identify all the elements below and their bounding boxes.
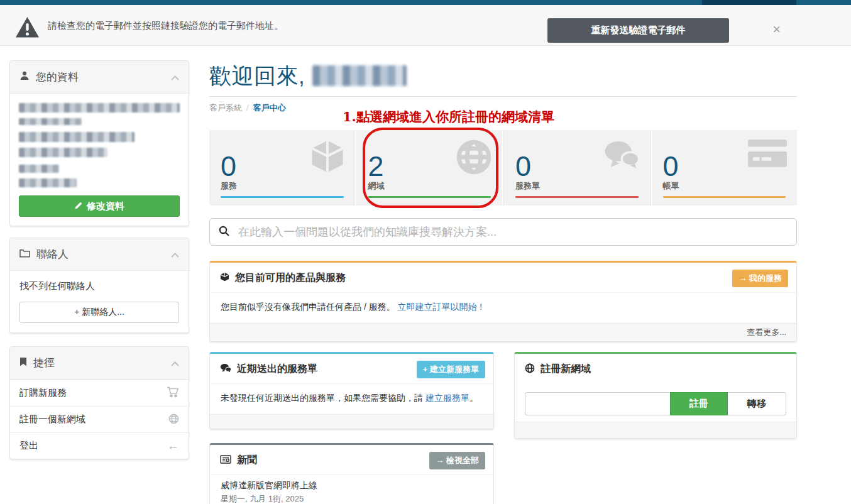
globe-icon bbox=[168, 414, 179, 426]
products-empty-text: 您目前似乎沒有像我們申請任何產品 / 服務。 bbox=[221, 302, 395, 312]
plus-icon: + bbox=[423, 364, 428, 374]
chevron-up-icon[interactable] bbox=[171, 71, 179, 84]
stats-row: 0 服務 2 網域 0 服務單 0 帳單 bbox=[209, 130, 797, 205]
open-ticket-link[interactable]: 建立服務單 bbox=[426, 393, 469, 403]
breadcrumb-root[interactable]: 客戶系統 bbox=[209, 103, 242, 112]
warning-icon bbox=[15, 16, 40, 41]
stat-invoices[interactable]: 0 帳單 bbox=[652, 130, 798, 205]
tickets-empty-text: 未發現任何近期送出的服務單，如果您需要協助，請 bbox=[221, 393, 423, 403]
search-icon bbox=[219, 226, 229, 239]
stat-label: 網域 bbox=[368, 180, 385, 192]
tickets-text-suffix: 。 bbox=[469, 393, 478, 403]
redacted-text-line bbox=[19, 178, 77, 187]
stat-underline bbox=[515, 196, 639, 198]
resend-verification-button[interactable]: 重新發送驗證電子郵件 bbox=[547, 18, 729, 43]
shortcuts-panel-title: 捷徑 bbox=[33, 356, 55, 370]
breadcrumb-current: 客戶中心 bbox=[253, 103, 286, 112]
close-icon[interactable]: × bbox=[772, 23, 781, 36]
stat-underline bbox=[368, 196, 491, 198]
products-panel: 您目前可用的產品與服務 → 我的服務 您目前似乎沒有像我們申請任何產品 / 服務… bbox=[209, 261, 797, 342]
redacted-text-line bbox=[19, 148, 107, 157]
alert-message: 請檢查您的電子郵件並按照鏈接驗證您的電子郵件地址。 bbox=[48, 20, 283, 32]
chevron-up-icon[interactable] bbox=[171, 248, 179, 261]
newspaper-icon bbox=[220, 455, 231, 466]
stat-label: 服務 bbox=[221, 180, 237, 192]
shortcut-label: 訂購新服務 bbox=[19, 387, 67, 399]
arrow-right-icon: → bbox=[738, 273, 747, 283]
view-more-link[interactable]: 查看更多... bbox=[747, 327, 786, 337]
shortcuts-panel-header[interactable]: 捷徑 bbox=[10, 347, 189, 380]
stat-value: 0 bbox=[515, 152, 531, 180]
tickets-panel-footer bbox=[210, 414, 493, 429]
box-icon bbox=[310, 139, 345, 177]
comments-icon bbox=[220, 363, 231, 375]
my-services-button[interactable]: → 我的服務 bbox=[732, 270, 788, 287]
products-panel-header: 您目前可用的產品與服務 → 我的服務 bbox=[210, 263, 796, 292]
arrow-left-icon: ← bbox=[167, 439, 179, 453]
profile-panel-header[interactable]: 您的資料 bbox=[10, 61, 189, 94]
stat-domains[interactable]: 2 網域 bbox=[357, 130, 503, 205]
transfer-button[interactable]: 轉移 bbox=[728, 392, 786, 415]
breadcrumb: 客戶系統/客戶中心 bbox=[209, 102, 286, 114]
tickets-panel-body: 未發現任何近期送出的服務單，如果您需要協助，請 建立服務單。 bbox=[210, 383, 493, 414]
stat-tickets[interactable]: 0 服務單 bbox=[504, 130, 650, 205]
folder-icon bbox=[19, 248, 30, 261]
shortcut-logout[interactable]: 登出 ← bbox=[10, 432, 189, 459]
products-panel-footer: 查看更多... bbox=[210, 323, 796, 341]
profile-panel-title: 您的資料 bbox=[36, 70, 79, 84]
stat-value: 0 bbox=[663, 152, 679, 180]
news-item-title: 威博達新版官網即將上線 bbox=[221, 480, 483, 491]
user-icon bbox=[19, 70, 30, 84]
news-panel-header: 新聞 → 檢視全部 bbox=[210, 445, 493, 474]
stat-value: 0 bbox=[221, 152, 236, 180]
my-services-label: 我的服務 bbox=[749, 273, 782, 283]
credit-card-icon bbox=[748, 139, 787, 170]
plus-icon: + bbox=[74, 307, 79, 317]
news-panel-title: 新聞 bbox=[237, 454, 257, 467]
shortcut-label: 註冊一個新網域 bbox=[19, 414, 85, 425]
comments-icon bbox=[603, 139, 640, 173]
shortcuts-panel: 捷徑 訂購新服務 註冊一個新網域 登出 ← bbox=[9, 346, 189, 459]
news-item-date: 星期一, 九月 1街, 2025 bbox=[221, 493, 483, 504]
stat-underline bbox=[663, 196, 786, 198]
redacted-text-line bbox=[19, 132, 135, 142]
search-input[interactable] bbox=[238, 226, 788, 239]
contacts-panel-title: 聯絡人 bbox=[36, 247, 69, 261]
welcome-text: 歡迎回來, bbox=[209, 63, 305, 88]
redacted-text-line bbox=[19, 165, 59, 173]
new-contact-button[interactable]: + 新聯絡人... bbox=[19, 302, 179, 323]
contacts-panel-header[interactable]: 聯絡人 bbox=[10, 238, 189, 271]
register-button[interactable]: 註冊 bbox=[670, 392, 728, 415]
domain-input[interactable] bbox=[525, 392, 670, 415]
stat-services[interactable]: 0 服務 bbox=[209, 130, 355, 205]
page-title: 歡迎回來, bbox=[209, 62, 407, 91]
profile-panel: 您的資料 修改資料 bbox=[9, 60, 189, 226]
globe-icon bbox=[456, 139, 492, 178]
domain-search-group: 註冊 轉移 bbox=[525, 392, 786, 415]
redacted-username bbox=[312, 65, 407, 86]
stat-label: 服務單 bbox=[515, 180, 540, 192]
contacts-empty-text: 找不到任何聯絡人 bbox=[10, 271, 189, 302]
place-order-link[interactable]: 立即建立訂單以開始！ bbox=[398, 302, 486, 312]
domain-panel-footer bbox=[515, 422, 796, 438]
sidebar: 您的資料 修改資料 聯絡人 bbox=[9, 60, 189, 459]
stat-value: 2 bbox=[368, 152, 384, 180]
tickets-panel-title: 近期送出的服務單 bbox=[237, 363, 317, 376]
edit-profile-button[interactable]: 修改資料 bbox=[19, 195, 180, 217]
tickets-panel: 近期送出的服務單 + 建立新服務單 未發現任何近期送出的服務單，如果您需要協助，… bbox=[209, 352, 494, 429]
open-new-ticket-button[interactable]: + 建立新服務單 bbox=[417, 361, 485, 378]
domain-panel-header: 註冊新網域 bbox=[515, 354, 796, 383]
chevron-up-icon[interactable] bbox=[171, 357, 179, 370]
heading-divider bbox=[209, 96, 797, 97]
cart-icon bbox=[167, 386, 179, 400]
tickets-panel-header: 近期送出的服務單 + 建立新服務單 bbox=[210, 354, 493, 383]
shortcut-register-domain[interactable]: 註冊一個新網域 bbox=[10, 406, 189, 432]
knowledgebase-search bbox=[209, 218, 797, 246]
email-verification-alert: 請檢查您的電子郵件並按照鏈接驗證您的電子郵件地址。 重新發送驗證電子郵件 × bbox=[0, 5, 851, 46]
view-all-news-button[interactable]: → 檢視全部 bbox=[429, 452, 485, 469]
redacted-text-line bbox=[19, 118, 82, 125]
breadcrumb-separator: / bbox=[246, 103, 249, 112]
news-item[interactable]: 威博達新版官網即將上線 星期一, 九月 1街, 2025 bbox=[210, 474, 493, 504]
shortcut-order-new-service[interactable]: 訂購新服務 bbox=[10, 380, 189, 406]
shortcut-label: 登出 bbox=[19, 440, 38, 452]
